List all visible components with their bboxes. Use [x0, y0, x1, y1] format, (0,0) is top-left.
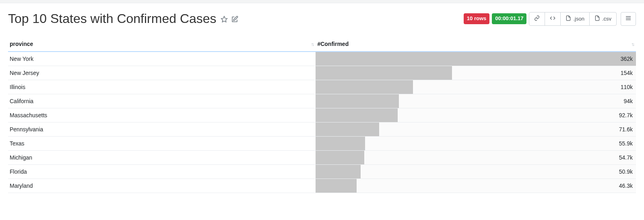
header-row: Top 10 States with Confirmed Cases 10 ro… — [8, 11, 636, 26]
star-icon[interactable] — [221, 16, 228, 24]
confirmed-value: 55.9k — [316, 137, 636, 150]
province-cell: Texas — [8, 137, 316, 151]
col-header-confirmed-label: #Confirmed — [317, 41, 349, 47]
confirmed-value: 92.7k — [316, 108, 636, 122]
confirmed-value: 110k — [316, 80, 636, 94]
export-json-label: .json — [573, 16, 584, 22]
window-top-strip — [0, 0, 644, 3]
table-row: California94k — [8, 94, 636, 108]
province-cell: New York — [8, 52, 316, 66]
confirmed-cell: 92.7k — [316, 108, 636, 122]
confirmed-cell: 54.7k — [316, 151, 636, 165]
table-row: Florida50.9k — [8, 165, 636, 179]
confirmed-value: 50.9k — [316, 165, 636, 178]
export-json-button[interactable]: .json — [560, 12, 589, 26]
confirmed-value: 54.7k — [316, 151, 636, 164]
col-header-confirmed[interactable]: #Confirmed ↑↓ — [316, 37, 636, 52]
province-cell: Michigan — [8, 151, 316, 165]
svg-marker-0 — [221, 17, 227, 22]
table-row: Texas55.9k — [8, 137, 636, 151]
confirmed-value: 46.3k — [316, 179, 636, 193]
confirmed-cell: 46.3k — [316, 179, 636, 193]
province-cell: Illinois — [8, 80, 316, 94]
confirmed-value: 362k — [316, 52, 636, 66]
table-row: New Jersey154k — [8, 66, 636, 80]
edit-icon[interactable] — [231, 16, 238, 24]
sort-icon: ↑↓ — [631, 42, 634, 47]
table-row: Massachusetts92.7k — [8, 108, 636, 122]
export-csv-label: .csv — [602, 16, 611, 22]
sort-icon: ↑↓ — [311, 42, 313, 47]
time-badge: 00:00:01.17 — [492, 13, 526, 24]
rows-badge: 10 rows — [464, 13, 489, 24]
confirmed-cell: 94k — [316, 94, 636, 108]
confirmed-value: 94k — [316, 94, 636, 108]
province-cell: Massachusetts — [8, 108, 316, 122]
menu-button[interactable] — [621, 12, 636, 26]
table-row: Pennsylvania71.6k — [8, 122, 636, 137]
confirmed-cell: 154k — [316, 66, 636, 80]
confirmed-value: 71.6k — [316, 122, 636, 136]
table-row: Michigan54.7k — [8, 151, 636, 165]
col-header-province[interactable]: province ↑↓ — [8, 37, 316, 52]
export-button-group: .json .csv — [529, 12, 617, 26]
province-cell: Florida — [8, 165, 316, 179]
confirmed-cell: 110k — [316, 80, 636, 94]
col-header-province-label: province — [10, 41, 33, 47]
confirmed-cell: 55.9k — [316, 137, 636, 151]
confirmed-cell: 71.6k — [316, 122, 636, 137]
province-cell: Pennsylvania — [8, 122, 316, 137]
table-row: New York362k — [8, 52, 636, 66]
results-table: province ↑↓ #Confirmed ↑↓ New York362kNe… — [8, 37, 636, 193]
table-row: Maryland46.3k — [8, 179, 636, 193]
province-cell: California — [8, 94, 316, 108]
toolbar: 10 rows 00:00:01.17 .json — [464, 12, 636, 26]
embed-button[interactable] — [545, 12, 561, 26]
province-cell: New Jersey — [8, 66, 316, 80]
link-button[interactable] — [529, 12, 545, 26]
file-icon — [594, 15, 600, 22]
confirmed-cell: 50.9k — [316, 165, 636, 179]
link-icon — [534, 15, 540, 22]
confirmed-cell: 362k — [316, 52, 636, 66]
province-cell: Maryland — [8, 179, 316, 193]
table-row: Illinois110k — [8, 80, 636, 94]
page-title: Top 10 States with Confirmed Cases — [8, 11, 217, 26]
export-csv-button[interactable]: .csv — [589, 12, 617, 26]
code-icon — [550, 15, 555, 22]
hamburger-icon — [625, 15, 632, 23]
confirmed-value: 154k — [316, 66, 636, 80]
file-icon — [566, 15, 571, 22]
